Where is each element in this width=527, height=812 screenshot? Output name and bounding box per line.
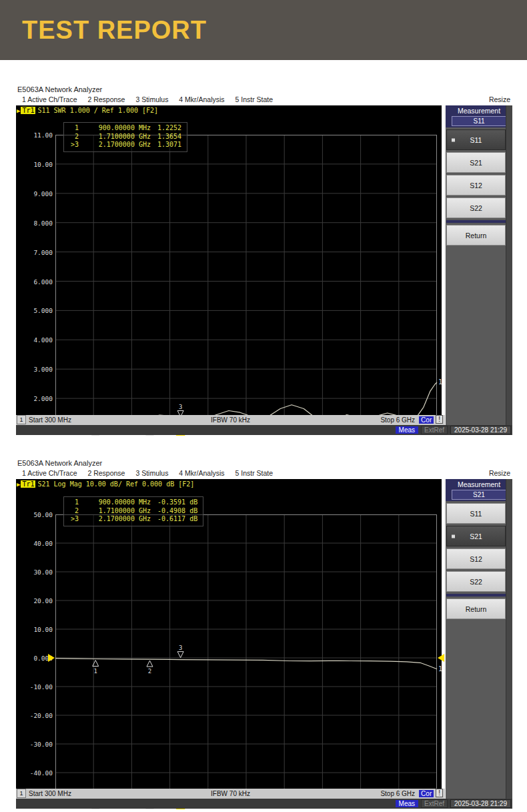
chart-svg: 1231: [55, 514, 437, 801]
softkey-return[interactable]: Return: [446, 225, 506, 246]
marker-row: 1900.00000 MHz1.2252: [67, 124, 181, 133]
trace-badge: Tr1: [21, 107, 35, 114]
sidebar-scrollbar[interactable]: [506, 105, 512, 425]
y-axis-labels: 50.0040.0030.0020.0010.000.000-10.00-20.…: [21, 514, 53, 801]
sidebar-scrollbar[interactable]: [506, 479, 512, 799]
softkey-s22[interactable]: S22: [446, 571, 506, 592]
softkey-return[interactable]: Return: [446, 598, 506, 619]
softkey-sidebar: Measurement S21 S11 S21 S12 S22 Return: [444, 479, 512, 799]
menu-instr-state[interactable]: 5 Instr State: [235, 95, 274, 103]
instrument-status-bar: MeasExtRef2025-03-28 21:29: [16, 799, 512, 809]
softkey-s12[interactable]: S12: [446, 548, 506, 569]
resize-button[interactable]: Resize: [489, 95, 510, 103]
softkey-s22[interactable]: S22: [446, 197, 506, 218]
menu-mkr-analysis[interactable]: 4 Mkr/Analysis: [179, 469, 224, 477]
resize-button[interactable]: Resize: [489, 469, 510, 477]
correction-badge: Cor: [419, 790, 434, 797]
status-bar: 1Start 300 MHz IFBW 70 kHz Stop 6 GHzCor…: [16, 789, 445, 799]
y-tick-label: 6.000: [33, 278, 53, 285]
y-tick-label: -10.00: [30, 683, 53, 691]
trace-format-text: S21 Log Mag 10.00 dB/ Ref 0.000 dB [F2]: [37, 480, 194, 488]
menu-response[interactable]: 2 Response: [87, 95, 125, 103]
stop-frequency: Stop 6 GHz: [380, 416, 415, 424]
marker-row: 1900.00000 MHz-0.3591 dB: [67, 498, 197, 507]
analyzer-window-s21: E5063A Network Analyzer 1 Active Ch/Trac…: [13, 459, 514, 809]
softkey-separator: [446, 220, 506, 223]
y-tick-label: -30.00: [30, 741, 53, 748]
trace-info-line: ▶Tr1S21 Log Mag 10.00 dB/ Ref 0.000 dB […: [17, 480, 194, 489]
menu-bar: 1 Active Ch/Trace 2 Response 3 Stimulus …: [13, 95, 514, 105]
menu-active-ch-trace[interactable]: 1 Active Ch/Trace: [22, 95, 77, 103]
softkey-separator: [446, 594, 506, 596]
y-tick-label: 4.000: [33, 336, 53, 344]
instrument-status-bar: MeasExtRef2025-03-28 21:29: [16, 425, 512, 435]
softkey-s21[interactable]: S21: [446, 526, 506, 546]
analyzer-window-s11: E5063A Network Analyzer 1 Active Ch/Trac…: [13, 85, 514, 435]
y-tick-label: 10.00: [33, 160, 53, 167]
status-bar: 1Start 300 MHz IFBW 70 kHz Stop 6 GHzCor…: [16, 415, 445, 425]
svg-text:2: 2: [148, 668, 151, 675]
marker-readout: 1900.00000 MHz-0.3591 dB 21.7100000 GHz-…: [63, 496, 203, 526]
report-banner: TEST REPORT: [0, 0, 527, 60]
softkey-header: Measurement S21: [446, 479, 512, 501]
y-axis-labels: 11.0010.009.0008.0007.0006.0005.0004.000…: [21, 135, 53, 428]
softkey-selected-value: S11: [452, 116, 506, 126]
instrument-screen: ▶Tr1S21 Log Mag 10.00 dB/ Ref 0.000 dB […: [16, 479, 512, 809]
menu-stimulus[interactable]: 3 Stimulus: [135, 95, 168, 103]
menu-response[interactable]: 2 Response: [87, 469, 125, 477]
menu-mkr-analysis[interactable]: 4 Mkr/Analysis: [179, 95, 224, 103]
svg-text:1: 1: [438, 665, 442, 673]
svg-text:1: 1: [438, 378, 442, 386]
warning-badge: !: [436, 789, 443, 797]
marker-row: 21.7100000 GHz1.3654: [67, 133, 181, 141]
warning-badge: !: [436, 415, 443, 424]
svg-text:3: 3: [179, 404, 182, 410]
report-title: TEST REPORT: [0, 0, 527, 45]
svg-text:3: 3: [179, 645, 182, 651]
y-tick-label: 5.000: [33, 307, 53, 314]
y-tick-label: -20.00: [30, 712, 53, 719]
menu-instr-state[interactable]: 5 Instr State: [235, 469, 274, 477]
menu-stimulus[interactable]: 3 Stimulus: [135, 469, 168, 477]
chart-svg: 1231: [55, 135, 437, 428]
softkey-s21[interactable]: S21: [446, 152, 506, 173]
trace-badge: Tr1: [21, 480, 35, 488]
y-tick-label: 7.000: [33, 248, 53, 256]
softkey-s11[interactable]: S11: [446, 503, 506, 524]
softkey-header: Measurement S11: [446, 105, 512, 127]
softkey-header-label: Measurement: [446, 107, 512, 115]
trace-format-text: S11 SWR 1.000 / Ref 1.000 [F2]: [37, 107, 158, 114]
y-tick-label: -40.00: [30, 769, 53, 777]
softkey-sidebar: Measurement S11 S11 S21 S12 S22 Return: [444, 105, 512, 425]
softkey-s11[interactable]: S11: [446, 129, 506, 150]
y-tick-label: 50.00: [33, 511, 53, 518]
softkey-s12[interactable]: S12: [446, 175, 506, 195]
y-tick-label: 2.000: [33, 395, 53, 402]
menu-active-ch-trace[interactable]: 1 Active Ch/Trace: [22, 469, 77, 477]
instrument-screen: ▶Tr1S11 SWR 1.000 / Ref 1.000 [F2] 11.00…: [16, 105, 512, 435]
extref-badge: ExtRef: [421, 799, 448, 808]
active-trace-arrow-icon: ▶: [17, 481, 20, 488]
y-tick-label: 40.00: [33, 540, 53, 547]
datetime: 2025-03-28 21:29: [450, 426, 511, 434]
datetime: 2025-03-28 21:29: [450, 799, 511, 808]
marker-row: 21.7100000 GHz-0.4908 dB: [67, 507, 197, 516]
y-tick-label: 11.00: [33, 131, 53, 139]
softkey-selected-value: S21: [452, 490, 506, 500]
meas-badge: Meas: [396, 800, 418, 807]
app-title: E5063A Network Analyzer: [17, 459, 102, 469]
y-tick-label: 30.00: [33, 568, 53, 576]
svg-text:1: 1: [93, 668, 97, 675]
plot-area: ▶Tr1S11 SWR 1.000 / Ref 1.000 [F2] 11.00…: [16, 105, 442, 415]
y-tick-label: 20.00: [33, 597, 53, 604]
marker-readout: 1900.00000 MHz1.2252 21.7100000 GHz1.365…: [63, 122, 187, 152]
extref-badge: ExtRef: [421, 426, 448, 434]
y-tick-label: 3.000: [33, 366, 53, 373]
stop-frequency: Stop 6 GHz: [380, 790, 415, 797]
marker-row: >32.1700000 GHz1.3071: [67, 141, 181, 149]
active-trace-arrow-icon: ▶: [17, 107, 20, 114]
plot-area: ▶Tr1S21 Log Mag 10.00 dB/ Ref 0.000 dB […: [16, 479, 442, 789]
y-tick-label: 9.000: [33, 189, 53, 197]
marker-row: >32.1700000 GHz-0.6117 dB: [67, 515, 197, 524]
y-tick-label: 10.00: [33, 626, 53, 633]
